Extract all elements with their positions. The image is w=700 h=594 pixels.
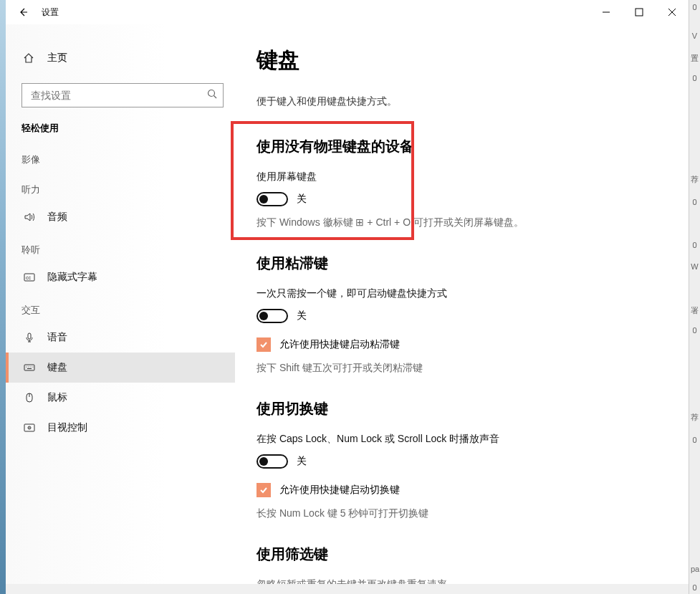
background-right-strip: 0 V 置 0 荐 0 0 W 署 0 荐 0 pa 0 0 (689, 0, 700, 594)
hint-text: 按下 Shift 键五次可打开或关闭粘滞键 (256, 362, 660, 375)
toggle-row: 关 (256, 454, 660, 469)
group-title: 使用筛选键 (256, 545, 660, 564)
svg-rect-14 (27, 368, 32, 369)
group-filter-keys: 使用筛选键 忽略短暂或重复的击键并更改键盘重复速率 (256, 545, 660, 584)
group-title: 使用粘滞键 (256, 254, 660, 273)
hint-text: 长按 Num Lock 键 5 秒钟可打开切换键 (256, 507, 660, 520)
group-toggle-keys: 使用切换键 在按 Caps Lock、Num Lock 或 Scroll Loc… (256, 399, 660, 520)
search-box[interactable] (21, 83, 224, 107)
sticky-shortcut-checkbox[interactable] (256, 337, 271, 352)
group-sticky-keys: 使用粘滞键 一次只需按一个键，即可启动键盘快捷方式 关 允许使用快捷键启动粘滞键… (256, 254, 660, 375)
eye-icon (23, 422, 36, 433)
back-button[interactable] (14, 4, 32, 21)
category-interaction: 交互 (6, 292, 235, 322)
group-title: 使用切换键 (256, 399, 660, 418)
group-onscreen-keyboard: 使用没有物理键盘的设备 使用屏幕键盘 关 按下 Windows 徽标键 ⊞ + … (256, 137, 660, 229)
svg-point-10 (27, 367, 27, 368)
search-icon (207, 89, 217, 102)
search-input[interactable] (31, 90, 207, 101)
check-icon (259, 340, 269, 350)
toggle-row: 关 (256, 192, 660, 206)
toggle-row: 关 (256, 309, 660, 323)
sidebar-item-keyboard[interactable]: 键盘 (6, 353, 235, 383)
category-vision: 影像 (6, 142, 235, 172)
group-desc: 一次只需按一个键，即可启动键盘快捷方式 (256, 287, 660, 300)
toggle-keys-toggle[interactable] (256, 454, 288, 469)
toggle-knob (259, 457, 268, 466)
sidebar-item-label: 目视控制 (47, 421, 87, 434)
cc-icon: cc (23, 272, 36, 283)
settings-window: 设置 主页 (6, 0, 689, 584)
toggle-state: 关 (297, 310, 307, 322)
svg-rect-1 (636, 9, 643, 16)
svg-text:cc: cc (26, 275, 32, 280)
mouse-icon (23, 392, 36, 403)
minimize-icon (602, 8, 610, 16)
sidebar-item-mouse[interactable]: 鼠标 (6, 383, 235, 413)
toggle-state: 关 (297, 455, 307, 468)
home-link[interactable]: 主页 (6, 43, 235, 73)
sidebar: 主页 轻松使用 影像 听力 音频 聆听 (6, 24, 235, 584)
hint-text: 按下 Windows 徽标键 ⊞ + Ctrl + O 可打开或关闭屏幕键盘。 (256, 216, 660, 229)
sidebar-item-label: 音频 (47, 211, 67, 224)
category-listen: 聆听 (6, 232, 235, 262)
svg-point-19 (29, 427, 30, 428)
checkbox-label: 允许使用快捷键启动切换键 (279, 484, 400, 497)
category-hearing: 听力 (6, 172, 235, 202)
sidebar-item-audio[interactable]: 音频 (6, 202, 235, 232)
onscreen-keyboard-toggle[interactable] (256, 192, 288, 206)
svg-point-12 (31, 367, 32, 368)
togglekeys-shortcut-checkbox[interactable] (256, 483, 271, 497)
section-title: 轻松使用 (6, 107, 235, 142)
content-area: 键盘 便于键入和使用键盘快捷方式。 使用没有物理键盘的设备 使用屏幕键盘 关 按… (235, 24, 689, 584)
toggle-label: 使用屏幕键盘 (256, 171, 660, 183)
toggle-knob (259, 195, 268, 203)
sticky-keys-toggle[interactable] (256, 309, 288, 323)
sidebar-item-label: 隐藏式字幕 (47, 271, 97, 284)
window-controls (590, 0, 689, 24)
close-button[interactable] (656, 0, 689, 24)
window-title: 设置 (42, 6, 59, 19)
checkbox-row: 允许使用快捷键启动粘滞键 (256, 337, 660, 352)
sidebar-item-eyecontrol[interactable]: 目视控制 (6, 413, 235, 443)
maximize-button[interactable] (623, 0, 656, 24)
toggle-state: 关 (297, 193, 307, 206)
page-title: 键盘 (256, 46, 660, 75)
svg-rect-9 (24, 365, 34, 370)
maximize-icon (635, 8, 643, 16)
window-body: 主页 轻松使用 影像 听力 音频 聆听 (6, 24, 689, 584)
sidebar-item-captions[interactable]: cc 隐藏式字幕 (6, 262, 235, 292)
titlebar: 设置 (6, 0, 689, 24)
group-desc: 在按 Caps Lock、Num Lock 或 Scroll Lock 时播放声… (256, 433, 660, 446)
group-desc: 忽略短暂或重复的击键并更改键盘重复速率 (256, 578, 660, 584)
close-icon (668, 8, 676, 16)
keyboard-icon (23, 362, 36, 373)
home-label: 主页 (47, 52, 67, 64)
svg-point-4 (208, 90, 215, 97)
minimize-button[interactable] (590, 0, 623, 24)
mic-icon (23, 332, 36, 343)
sidebar-item-speech[interactable]: 语音 (6, 322, 235, 353)
group-title: 使用没有物理键盘的设备 (256, 137, 660, 156)
sidebar-item-label: 鼠标 (47, 391, 67, 404)
page-subtitle: 便于键入和使用键盘快捷方式。 (256, 95, 660, 108)
sidebar-item-label: 键盘 (47, 361, 67, 374)
back-arrow-icon (17, 6, 29, 18)
svg-point-11 (29, 367, 29, 368)
check-icon (259, 485, 269, 495)
svg-point-13 (33, 367, 34, 368)
speaker-icon (23, 211, 36, 223)
svg-line-5 (214, 96, 217, 99)
checkbox-label: 允许使用快捷键启动粘滞键 (279, 338, 400, 351)
desktop-background-left (0, 0, 6, 594)
checkbox-row: 允许使用快捷键启动切换键 (256, 483, 660, 497)
sidebar-item-label: 语音 (47, 331, 67, 344)
home-icon (23, 52, 36, 64)
toggle-knob (259, 312, 268, 320)
svg-rect-8 (28, 333, 31, 339)
